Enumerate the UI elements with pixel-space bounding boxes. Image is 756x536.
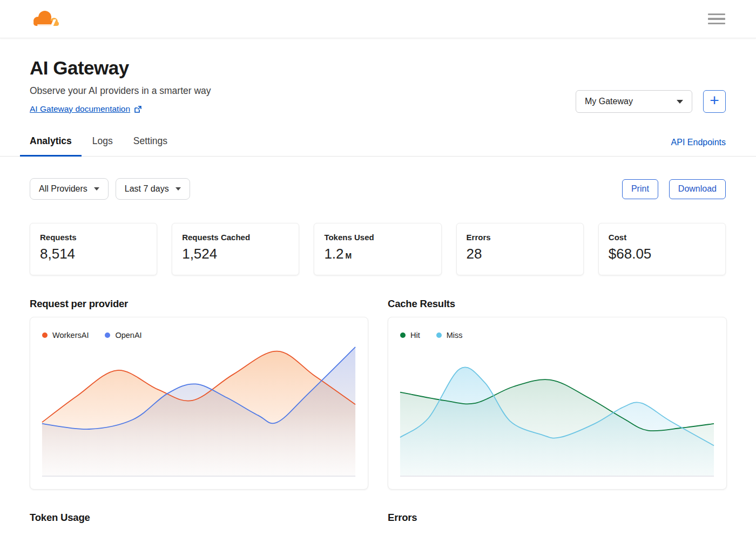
page-title: AI Gateway (30, 57, 211, 79)
stat-card-cost: Cost $68.05 (598, 223, 726, 275)
stat-card-errors: Errors 28 (456, 223, 584, 275)
legend-item-hit[interactable]: Hit (400, 331, 420, 340)
stat-unit: M (346, 252, 352, 260)
documentation-link[interactable]: AI Gateway documentation (30, 104, 142, 114)
print-button[interactable]: Print (622, 179, 658, 199)
top-bar (0, 0, 756, 38)
chart-title-token-usage: Token Usage (30, 512, 368, 524)
stat-value: 1.2M (324, 246, 431, 262)
page-subtitle: Observe your AI providers in a smarter w… (30, 85, 211, 97)
legend-item-miss[interactable]: Miss (436, 331, 463, 340)
tab-analytics[interactable]: Analytics (20, 130, 82, 156)
legend-item-openai[interactable]: OpenAI (105, 331, 141, 340)
api-endpoints-link[interactable]: API Endpoints (671, 138, 726, 156)
stat-label: Cost (609, 233, 716, 242)
stat-card-requests: Requests 8,514 (30, 223, 157, 275)
tab-settings[interactable]: Settings (124, 130, 177, 156)
gateway-select[interactable]: My Gateway (576, 90, 692, 113)
stat-value: 8,514 (40, 246, 147, 262)
external-link-icon (134, 105, 142, 113)
stat-card-requests-cached: Requests Cached 1,524 (172, 223, 299, 275)
stat-value: 1,524 (182, 246, 289, 262)
tab-logs[interactable]: Logs (83, 130, 123, 156)
chevron-down-icon (94, 187, 99, 191)
chart-title-errors: Errors (388, 512, 727, 524)
request-per-provider-section: Request per provider WorkersAIOpenAI (30, 298, 368, 490)
chart-title-request-per-provider: Request per provider (30, 298, 368, 310)
provider-filter-dropdown[interactable]: All Providers (30, 178, 109, 200)
hamburger-menu-icon[interactable] (708, 13, 725, 25)
date-range-value: Last 7 days (125, 184, 169, 194)
stat-card-tokens-used: Tokens Used 1.2M (314, 223, 441, 275)
documentation-link-label: AI Gateway documentation (30, 104, 130, 114)
download-button[interactable]: Download (669, 179, 726, 199)
stat-label: Errors (467, 233, 573, 242)
stat-label: Requests (40, 233, 147, 242)
legend-label: Hit (410, 331, 420, 340)
cache-results-chart: HitMiss (388, 317, 727, 490)
page-header: AI Gateway Observe your AI providers in … (30, 57, 726, 114)
stat-cards: Requests 8,514 Requests Cached 1,524 Tok… (30, 223, 726, 275)
cloudflare-logo-icon[interactable] (31, 9, 61, 29)
legend-dot (436, 333, 442, 338)
filter-row: All Providers Last 7 days Print Download (30, 178, 726, 200)
area-chart-canvas (30, 317, 368, 489)
cache-results-section: Cache Results HitMiss (388, 298, 727, 490)
chart-legend: HitMiss (400, 331, 463, 340)
legend-label: WorkersAI (52, 331, 89, 340)
stat-value: $68.05 (609, 246, 716, 262)
legend-dot (105, 333, 110, 338)
charts-row: Request per provider WorkersAIOpenAI Cac… (30, 298, 726, 490)
stat-label: Requests Cached (182, 233, 289, 242)
plus-icon: + (710, 92, 719, 108)
legend-label: OpenAI (115, 331, 141, 340)
legend-label: Miss (447, 331, 463, 340)
stat-value: 28 (467, 246, 573, 262)
bottom-sections-row: Token Usage Errors (30, 512, 726, 531)
area-chart-canvas (388, 317, 726, 489)
tab-bar: Analytics Logs Settings API Endpoints (0, 130, 756, 157)
legend-item-workersai[interactable]: WorkersAI (42, 331, 89, 340)
chevron-down-icon (677, 100, 683, 104)
gateway-select-value: My Gateway (585, 97, 633, 106)
chevron-down-icon (176, 187, 181, 191)
chart-legend: WorkersAIOpenAI (42, 331, 142, 340)
provider-filter-value: All Providers (39, 184, 87, 194)
legend-dot (400, 333, 406, 338)
legend-dot (42, 333, 48, 338)
chart-title-cache-results: Cache Results (388, 298, 727, 310)
stat-label: Tokens Used (324, 233, 431, 242)
date-range-dropdown[interactable]: Last 7 days (116, 178, 190, 200)
add-gateway-button[interactable]: + (703, 90, 726, 113)
request-per-provider-chart: WorkersAIOpenAI (30, 317, 368, 490)
